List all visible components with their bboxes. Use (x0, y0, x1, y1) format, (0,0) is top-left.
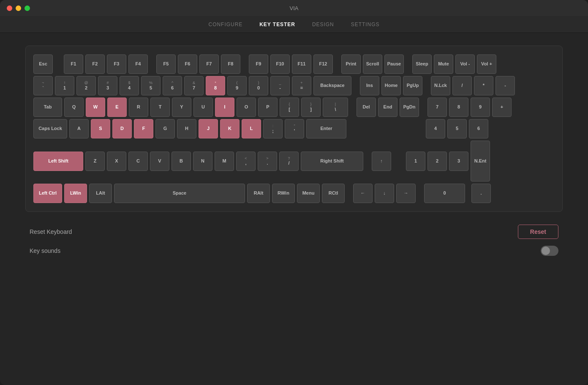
key-num5[interactable]: 5 (447, 119, 467, 138)
key-equal[interactable]: += (292, 76, 311, 95)
key-n[interactable]: N (193, 152, 212, 171)
key-end[interactable]: End (378, 98, 397, 117)
key-pgdn[interactable]: PgDn (400, 98, 419, 117)
key-minus[interactable]: _- (270, 76, 290, 95)
key-f12[interactable]: F12 (313, 54, 333, 74)
key-tab[interactable]: Tab (33, 98, 62, 117)
key-num2[interactable]: 2 (427, 152, 447, 171)
key-l[interactable]: L (242, 119, 261, 138)
key-num7[interactable]: 7 (427, 98, 447, 117)
key-6[interactable]: ^6 (163, 76, 182, 95)
key-backspace[interactable]: Backspace (313, 76, 351, 95)
key-z[interactable]: Z (85, 152, 105, 171)
key-f7[interactable]: F7 (199, 54, 219, 74)
key-d[interactable]: D (112, 119, 132, 138)
key-f11[interactable]: F11 (292, 54, 311, 74)
key-o[interactable]: O (237, 98, 256, 117)
key-left[interactable]: ← (353, 184, 373, 203)
key-f9[interactable]: F9 (249, 54, 268, 74)
key-menu[interactable]: Menu (297, 184, 320, 203)
key-0[interactable]: )0 (249, 76, 268, 95)
key-numminus[interactable]: - (495, 76, 515, 95)
key-7[interactable]: &7 (184, 76, 204, 95)
key-comma[interactable]: <, (236, 152, 256, 171)
minimize-button[interactable] (16, 5, 21, 11)
key-num8[interactable]: 8 (449, 98, 468, 117)
key-b[interactable]: B (172, 152, 191, 171)
tab-design[interactable]: DESIGN (312, 20, 334, 29)
key-a[interactable]: A (69, 119, 89, 138)
key-slash[interactable]: ?/ (279, 152, 299, 171)
key-period[interactable]: >. (258, 152, 277, 171)
key-numdot[interactable]: . (471, 184, 491, 203)
key-left-ctrl[interactable]: Left Ctrl (33, 184, 62, 203)
key-f[interactable]: F (134, 119, 153, 138)
key-up[interactable]: ↑ (372, 152, 391, 171)
key-f10[interactable]: F10 (270, 54, 290, 74)
maximize-button[interactable] (24, 5, 30, 11)
key-quote[interactable]: "' (285, 119, 304, 138)
key-r[interactable]: R (129, 98, 148, 117)
key-8[interactable]: *8 (206, 76, 225, 95)
key-del[interactable]: Del (357, 98, 376, 117)
key-h[interactable]: H (177, 119, 196, 138)
close-button[interactable] (7, 5, 12, 11)
key-ins[interactable]: Ins (360, 76, 379, 95)
key-right[interactable]: → (396, 184, 416, 203)
key-left-shift[interactable]: Left Shift (33, 152, 83, 171)
key-f8[interactable]: F8 (221, 54, 240, 74)
key-v[interactable]: V (150, 152, 169, 171)
key-backslash[interactable]: |\ (323, 98, 348, 117)
key-scroll[interactable]: Scroll (363, 54, 382, 74)
key-semicolon[interactable]: :; (263, 119, 283, 138)
key-space[interactable]: Space (114, 184, 245, 203)
key-2[interactable]: @2 (76, 76, 96, 95)
key-t[interactable]: T (150, 98, 170, 117)
key-y[interactable]: Y (172, 98, 191, 117)
key-mute[interactable]: Mute (434, 54, 453, 74)
key-u[interactable]: U (193, 98, 213, 117)
key-f4[interactable]: F4 (128, 54, 148, 74)
key-i[interactable]: I (215, 98, 234, 117)
key-f3[interactable]: F3 (107, 54, 126, 74)
key-3[interactable]: #3 (98, 76, 117, 95)
key-rctl[interactable]: RCtl (322, 184, 345, 203)
key-home[interactable]: Home (381, 76, 401, 95)
key-w[interactable]: W (86, 98, 105, 117)
key-e[interactable]: E (107, 98, 127, 117)
key-1[interactable]: !1 (55, 76, 74, 95)
tab-settings[interactable]: SETTINGS (351, 20, 380, 29)
key-c[interactable]: C (128, 152, 148, 171)
reset-button[interactable]: Reset (518, 225, 558, 239)
key-num-enter[interactable]: N.Ent (471, 141, 490, 182)
key-num6[interactable]: 6 (469, 119, 488, 138)
tab-configure[interactable]: CONFIGURE (209, 20, 243, 29)
key-pgup[interactable]: PgUp (403, 76, 422, 95)
key-lwin[interactable]: LWin (64, 184, 87, 203)
key-numplus[interactable]: + (492, 98, 512, 117)
key-num0[interactable]: 0 (424, 184, 465, 203)
key-sounds-toggle[interactable] (541, 246, 558, 256)
key-lalt[interactable]: LAlt (89, 184, 112, 203)
key-f1[interactable]: F1 (64, 54, 83, 74)
key-f2[interactable]: F2 (85, 54, 105, 74)
key-enter[interactable]: Enter (306, 119, 346, 138)
key-p[interactable]: P (258, 98, 278, 117)
key-num4[interactable]: 4 (426, 119, 445, 138)
key-s[interactable]: S (91, 119, 110, 138)
key-numstar[interactable]: * (474, 76, 493, 95)
key-caps-lock[interactable]: Caps Lock (33, 119, 67, 138)
key-ralt[interactable]: RAlt (247, 184, 270, 203)
key-lbracket[interactable]: {[ (280, 98, 299, 117)
key-k[interactable]: K (220, 119, 240, 138)
key-f5[interactable]: F5 (156, 54, 176, 74)
key-vol-up[interactable]: Vol + (477, 54, 496, 74)
key-sleep[interactable]: Sleep (412, 54, 432, 74)
key-pause[interactable]: Pause (384, 54, 404, 74)
tab-key-tester[interactable]: KEY TESTER (259, 20, 295, 29)
key-right-shift[interactable]: Right Shift (301, 152, 363, 171)
key-4[interactable]: $4 (120, 76, 139, 95)
key-numlck[interactable]: N.Lck (431, 76, 450, 95)
key-esc[interactable]: Esc (33, 54, 53, 74)
key-g[interactable]: G (155, 119, 175, 138)
